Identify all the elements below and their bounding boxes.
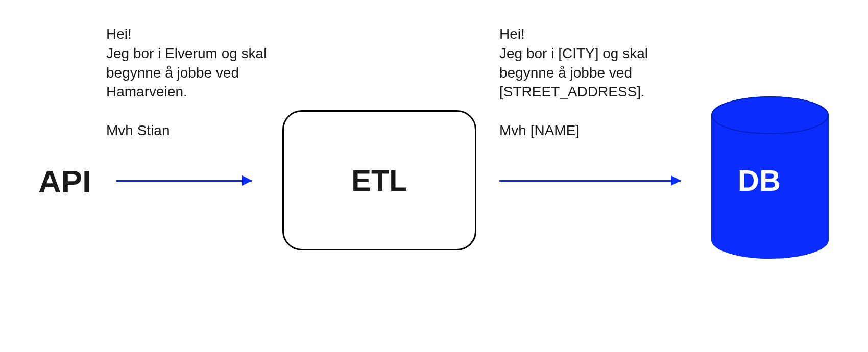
input-sample-text: Hei! Jeg bor i Elverum og skal begynne å… (106, 24, 275, 140)
output-sample-text: Hei! Jeg bor i [CITY] og skal begynne å … (499, 24, 698, 140)
db-node-label: DB (738, 163, 781, 197)
etl-flow-diagram: API Hei! Jeg bor i Elverum og skal begyn… (0, 0, 868, 352)
etl-node-label: ETL (351, 163, 407, 197)
arrow-api-to-etl (116, 180, 252, 182)
api-node-label: API (38, 163, 91, 199)
arrow-etl-to-db (499, 180, 681, 182)
etl-node: ETL (282, 110, 476, 250)
